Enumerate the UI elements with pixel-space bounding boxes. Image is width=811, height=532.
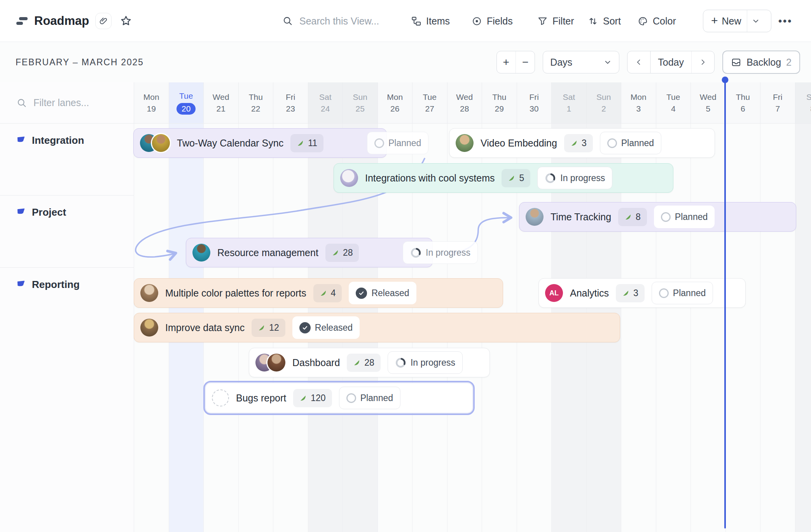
- day-header[interactable]: Thu6: [725, 82, 760, 124]
- status-chip[interactable]: Planned: [652, 282, 713, 304]
- search-view[interactable]: Search this View...: [282, 0, 379, 42]
- lanes-sidebar: Filter lanes... Integration Project Repo…: [0, 82, 134, 532]
- lane-filter-placeholder: Filter lanes...: [33, 97, 89, 108]
- lane-integration[interactable]: Integration: [0, 124, 134, 195]
- lane-label: Project: [32, 206, 66, 219]
- status-chip[interactable]: In progress: [403, 241, 478, 264]
- day-header[interactable]: Wed21: [203, 82, 238, 124]
- status-chip[interactable]: Planned: [654, 206, 715, 228]
- day-header[interactable]: Fri7: [760, 82, 795, 124]
- avatar: [152, 134, 170, 152]
- today-marker-line: [724, 77, 726, 529]
- chevron-down-icon: [603, 58, 612, 66]
- items-menu-button[interactable]: Items: [411, 0, 450, 42]
- card-integrations-cool-systems[interactable]: Integrations with cool systems 5 In prog…: [334, 163, 673, 193]
- zoom-out-button[interactable]: −: [516, 51, 535, 73]
- day-header[interactable]: Sat24: [308, 82, 343, 124]
- items-icon: [411, 16, 421, 26]
- color-menu-button[interactable]: Color: [638, 0, 676, 42]
- day-name: Fri: [286, 92, 295, 102]
- card-title: Video Embedding: [481, 138, 557, 149]
- count-value: 5: [519, 173, 524, 183]
- day-header[interactable]: Tue4: [656, 82, 691, 124]
- status-chip[interactable]: Planned: [367, 132, 428, 154]
- day-header[interactable]: Mon19: [134, 82, 169, 124]
- day-name: Sun: [596, 92, 611, 102]
- day-name: Sat: [806, 92, 811, 102]
- card-improve-data-sync[interactable]: Improve data sync 12 Released: [134, 313, 620, 342]
- more-options-button[interactable]: •••: [778, 0, 792, 42]
- copy-link-button[interactable]: [95, 13, 112, 29]
- prev-button[interactable]: [627, 51, 650, 73]
- favorite-star-button[interactable]: [120, 0, 132, 42]
- day-header[interactable]: Sun25: [343, 82, 378, 124]
- day-header[interactable]: Wed5: [690, 82, 725, 124]
- backlog-button[interactable]: Backlog 2: [722, 51, 800, 74]
- next-button[interactable]: [692, 51, 714, 73]
- new-dropdown-toggle[interactable]: [747, 17, 764, 25]
- status-chip[interactable]: In progress: [388, 351, 463, 374]
- fields-menu-button[interactable]: Fields: [472, 0, 513, 42]
- day-header[interactable]: Thu29: [482, 82, 517, 124]
- filter-menu-button[interactable]: Filter: [537, 0, 574, 42]
- count-value: 3: [582, 138, 587, 148]
- new-button[interactable]: + New: [703, 10, 771, 32]
- lane-filter-input[interactable]: Filter lanes...: [0, 82, 134, 124]
- day-name: Thu: [249, 92, 263, 102]
- day-header[interactable]: Tue27: [412, 82, 447, 124]
- day-header[interactable]: Sun2: [586, 82, 621, 124]
- card-video-embedding[interactable]: Video Embedding 3 Planned: [449, 128, 715, 158]
- subitems-leaf-icon: [258, 324, 265, 331]
- assignee-avatars: [192, 244, 210, 262]
- subitems-leaf-icon: [320, 290, 327, 297]
- scale-select[interactable]: Days: [543, 51, 619, 73]
- sort-menu-button[interactable]: Sort: [588, 0, 621, 42]
- released-status-icon: [299, 322, 311, 333]
- status-chip[interactable]: In progress: [537, 167, 612, 189]
- day-header[interactable]: Sat8: [795, 82, 811, 124]
- zoom-in-button[interactable]: +: [497, 51, 516, 73]
- status-chip[interactable]: Released: [349, 282, 416, 304]
- day-header[interactable]: Tue20: [169, 82, 204, 124]
- status-chip[interactable]: Planned: [600, 132, 661, 154]
- day-date: 21: [217, 104, 225, 113]
- lane-reporting[interactable]: Reporting: [0, 268, 134, 532]
- period-title: FEBRUARY – MARCH 2025: [16, 42, 144, 82]
- sort-label: Sort: [603, 16, 621, 27]
- day-header[interactable]: Mon3: [621, 82, 656, 124]
- today-button[interactable]: Today: [651, 51, 691, 73]
- day-header[interactable]: Fri23: [273, 82, 308, 124]
- day-header[interactable]: Sat1: [551, 82, 586, 124]
- count-value: 28: [364, 358, 374, 368]
- day-header[interactable]: Thu22: [238, 82, 273, 124]
- card-dashboard[interactable]: Dashboard 28 In progress: [249, 348, 490, 377]
- status-chip[interactable]: Released: [292, 316, 360, 339]
- roadmap-app: Roadmap Search this View... Items: [0, 0, 811, 532]
- card-multiple-color-palettes[interactable]: Multiple color palettes for reports 4 Re…: [134, 278, 503, 308]
- page-title: Roadmap: [34, 0, 89, 42]
- card-title: Dashboard: [292, 357, 340, 368]
- day-header[interactable]: Mon26: [378, 82, 412, 124]
- avatar: [140, 284, 158, 302]
- star-icon: [120, 15, 132, 27]
- count-value: 11: [308, 138, 317, 148]
- status-chip[interactable]: Planned: [339, 387, 400, 409]
- assignee-avatars: [140, 319, 158, 337]
- day-header[interactable]: Wed28: [447, 82, 482, 124]
- status-label: Planned: [388, 138, 421, 148]
- day-header[interactable]: Fri30: [517, 82, 552, 124]
- card-resource-management[interactable]: Resource management 28 In progress: [186, 238, 433, 267]
- day-date: 3: [636, 104, 641, 113]
- in-progress-status-icon: [545, 173, 556, 184]
- card-time-tracking[interactable]: Time Tracking 8 Planned: [519, 202, 796, 232]
- day-date: 27: [425, 104, 434, 113]
- card-title: Analytics: [570, 288, 609, 299]
- lane-project[interactable]: Project: [0, 195, 134, 268]
- day-date: 20: [177, 103, 196, 115]
- day-name: Tue: [179, 91, 193, 101]
- card-two-way-calendar-sync[interactable]: Two-Way Calendar Sync 11 Planned: [133, 128, 387, 158]
- chevron-right-icon: [699, 58, 707, 66]
- card-analytics[interactable]: AL Analytics 3 Planned: [538, 278, 746, 308]
- card-bugs-report[interactable]: Bugs report 120 Planned: [205, 383, 473, 413]
- fields-label: Fields: [487, 16, 513, 27]
